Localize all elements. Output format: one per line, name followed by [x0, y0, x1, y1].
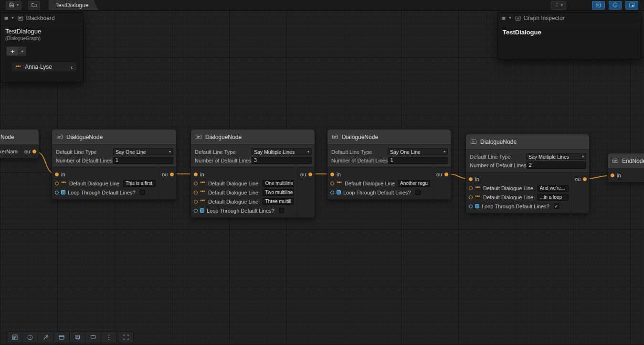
minimap-toggle-icon: [629, 2, 635, 8]
port-connector-icon[interactable]: [55, 182, 59, 185]
line-text-field[interactable]: ...in a loop: [538, 194, 569, 201]
port-connector-icon[interactable]: [469, 177, 473, 181]
port-connector-icon[interactable]: [330, 191, 334, 194]
speech-panel-button[interactable]: [85, 332, 101, 343]
node-title-bar[interactable]: Node: [0, 129, 39, 145]
port-connector-icon[interactable]: [330, 172, 334, 176]
collapse-arrow-icon[interactable]: ▼: [11, 16, 15, 20]
node-title-bar[interactable]: DialogueNode: [327, 129, 451, 145]
line-text-field[interactable]: Two multiline: [263, 189, 294, 196]
number-field[interactable]: 1: [388, 157, 448, 164]
hamburger-icon[interactable]: ≡: [502, 15, 506, 22]
port-connector-icon[interactable]: [469, 195, 473, 199]
input-port: ““Default Dialogue Line 1One multiline: [191, 179, 297, 188]
node-ports: in““Default Dialogue LineAnother reguLoo…: [327, 168, 451, 199]
add-property-dropdown-icon[interactable]: ▾: [19, 46, 26, 56]
port-connector-icon[interactable]: [194, 172, 198, 176]
port-connector-icon[interactable]: [308, 172, 312, 176]
loop-checkbox[interactable]: [140, 190, 145, 195]
port-connector-icon[interactable]: [444, 172, 448, 176]
port-connector-icon[interactable]: [194, 200, 198, 204]
node-dialogue-node-4[interactable]: DialogueNodeDefault Line TypeSay Multipl…: [465, 134, 590, 214]
minimap-toggle-button[interactable]: [625, 1, 638, 10]
node-dialogue-node-1[interactable]: DialogueNodeDefault Line TypeSay One Lin…: [52, 129, 177, 200]
line-text-field[interactable]: This is a first: [123, 180, 156, 187]
enum-dropdown[interactable]: Say Multiple Lines▾: [526, 153, 586, 160]
save-icon: [9, 2, 15, 8]
save-options-chevron-icon[interactable]: ▾: [17, 3, 19, 7]
property-row: Number of Default Lines1: [56, 156, 173, 164]
port-connector-icon[interactable]: [583, 177, 587, 181]
enum-dropdown[interactable]: Say One Line▾: [388, 148, 448, 155]
port-label: in: [61, 172, 65, 177]
input-port: Loop Through Default Lines?: [327, 188, 433, 197]
input-port: ““Default Dialogue LineThis is a first: [52, 179, 158, 188]
console-panel-button[interactable]: [7, 332, 22, 343]
output-port: out: [433, 170, 451, 179]
port-connector-icon[interactable]: [469, 186, 473, 190]
enum-dropdown[interactable]: Say Multiple Lines▾: [252, 148, 312, 155]
open-asset-button[interactable]: [28, 1, 40, 10]
add-property-button[interactable]: +: [6, 46, 19, 56]
line-text-field[interactable]: And we're...: [538, 185, 569, 192]
line-text-field[interactable]: One multiline: [263, 180, 294, 187]
number-field[interactable]: 2: [527, 162, 586, 169]
frame-all-button[interactable]: [118, 332, 134, 343]
node-dialogue-node-3[interactable]: DialogueNodeDefault Line TypeSay One Lin…: [327, 129, 451, 200]
property-label: Number of Default Lines: [331, 158, 388, 163]
blackboard-toggle-icon: [595, 2, 602, 8]
boolean-icon: [61, 190, 65, 194]
node-dialogue-node-2[interactable]: DialogueNodeDefault Line TypeSay Multipl…: [190, 129, 315, 218]
info-panel-button[interactable]: [22, 332, 38, 343]
port-connector-icon[interactable]: [469, 205, 473, 208]
number-field[interactable]: 3: [252, 157, 312, 164]
tab-testdialogue[interactable]: TestDialogue: [49, 0, 98, 10]
graph-inspector-title: Graph Inspector: [524, 15, 565, 22]
loop-checkbox[interactable]: [279, 208, 284, 213]
port-label: Default Dialogue Line: [69, 181, 119, 186]
line-text-field[interactable]: Three multili: [263, 198, 294, 205]
node-title-bar[interactable]: EndNode: [608, 153, 644, 169]
loop-checkbox[interactable]: [415, 190, 421, 195]
save-button[interactable]: ▾: [6, 1, 21, 10]
port-connector-icon[interactable]: [194, 191, 198, 194]
graph-inspector-header[interactable]: ≡ ▼ Graph Inspector: [498, 12, 641, 24]
overflow-menu-button[interactable]: ⋮ ▾: [551, 1, 566, 10]
port-connector-icon[interactable]: [194, 209, 198, 213]
graph-asset-type: (DialogueGraph): [5, 36, 78, 41]
blackboard-toggle-button[interactable]: [592, 1, 605, 10]
node-end-node[interactable]: EndNodein: [607, 153, 644, 183]
output-ports-column: out: [297, 168, 315, 217]
port-connector-icon[interactable]: [611, 173, 614, 177]
port-connector-icon[interactable]: [55, 191, 59, 194]
blackboard-property-row[interactable]: ““ Anna-Lyse ‹: [11, 62, 77, 72]
node-speaker-node-partial[interactable]: NodekerNameout: [0, 129, 39, 159]
port-connector-icon[interactable]: [170, 172, 174, 176]
port-connector-icon[interactable]: [194, 182, 198, 185]
port-label: in: [617, 172, 621, 178]
port-connector-icon[interactable]: [330, 182, 334, 185]
window-panel-button[interactable]: [54, 332, 70, 343]
node-title-bar[interactable]: DialogueNode: [52, 129, 176, 145]
collapse-arrow-icon[interactable]: ▼: [508, 16, 512, 20]
blackboard-panel[interactable]: ≡ ▼ Blackboard TestDialogue (DialogueGra…: [0, 12, 84, 82]
graph-inspector-panel[interactable]: ≡ ▼ Graph Inspector TestDialogue: [497, 12, 641, 59]
node-title-bar[interactable]: DialogueNode: [191, 129, 315, 145]
chevron-left-icon[interactable]: ‹: [71, 64, 73, 70]
tools-icon: [42, 334, 49, 341]
number-field[interactable]: 1: [113, 157, 173, 164]
overlay-overflow-button[interactable]: ⋮: [101, 332, 117, 343]
port-connector-icon[interactable]: [55, 172, 59, 176]
tools-panel-button[interactable]: [38, 332, 54, 343]
board-panel-button[interactable]: [70, 332, 85, 343]
port-label: out: [300, 172, 306, 177]
hamburger-icon[interactable]: ≡: [4, 15, 8, 22]
node-title-bar[interactable]: DialogueNode: [466, 134, 589, 150]
loop-checkbox[interactable]: ✓: [554, 204, 559, 209]
blackboard-header[interactable]: ≡ ▼ Blackboard: [0, 12, 83, 24]
enum-dropdown[interactable]: Say One Line▾: [113, 148, 173, 155]
port-label: in: [200, 172, 204, 177]
port-connector-icon[interactable]: [32, 150, 36, 153]
inspector-toggle-button[interactable]: [609, 1, 622, 10]
line-text-field[interactable]: Another regu: [398, 180, 430, 187]
